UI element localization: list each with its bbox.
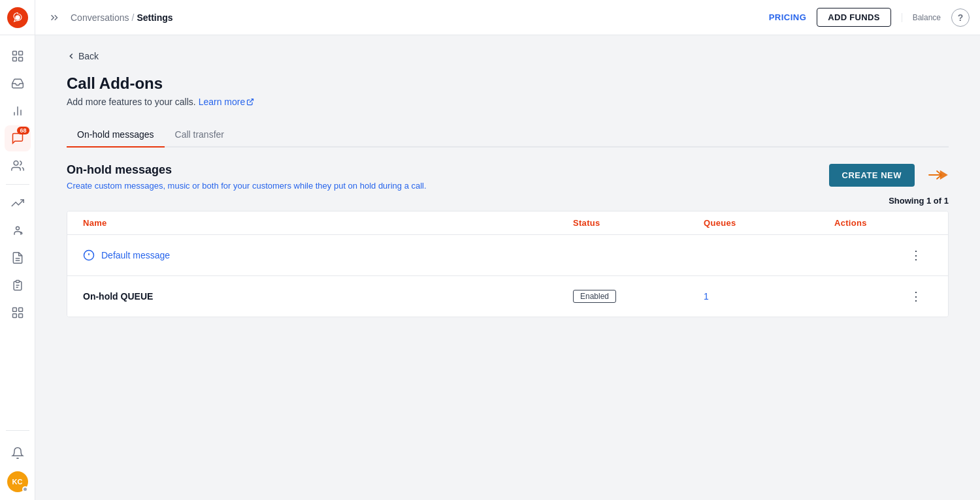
create-area: CREATE NEW [829,163,949,187]
sidebar-bottom: KC [5,426,31,500]
row-actions-menu-button[interactable]: ⋮ [905,245,927,265]
header-actions: Actions [834,218,932,228]
breadcrumb-separator: / [132,12,135,23]
main-wrapper: Conversations / Settings PRICING ADD FUN… [35,0,980,500]
section-info: On-hold messages Create custom messages,… [67,163,427,191]
svg-rect-2 [18,52,22,55]
tabs-container: On-hold messages Call transfer [67,123,949,148]
table-row: Default message ⋮ [67,235,948,276]
sidebar: 68 [0,0,35,500]
sidebar-item-inbox[interactable] [5,70,31,97]
svg-point-6 [16,227,19,230]
breadcrumb-settings: Settings [137,12,172,23]
svg-marker-15 [940,170,948,180]
logo-area [0,0,35,35]
avatar[interactable]: KC [7,471,28,492]
balance-area: Balance [902,13,941,22]
row-queues-cell: 1 [704,290,834,302]
svg-point-0 [15,15,20,20]
conversations-badge: 68 [17,127,29,134]
learn-more-link[interactable]: Learn more [199,97,255,107]
sidebar-navigation: 68 [5,38,31,426]
svg-rect-9 [16,281,19,283]
sidebar-item-analytics[interactable] [5,190,31,216]
default-message-link[interactable]: Default message [101,250,170,260]
header-status: Status [573,218,704,228]
sidebar-item-logs[interactable] [5,245,31,271]
svg-line-14 [250,99,253,103]
tab-on-hold-messages[interactable]: On-hold messages [67,123,165,148]
section-title: On-hold messages [67,163,427,177]
balance-label: Balance [913,13,941,22]
back-link[interactable]: Back [67,51,99,61]
svg-rect-12 [12,314,16,318]
status-badge: Enabled [573,290,616,303]
avatar-status-indicator [22,486,28,492]
page-title: Call Add-ons [67,74,949,93]
queue-count: 1 [704,291,709,302]
header-queues: Queues [704,218,834,228]
sidebar-item-conversations[interactable]: 68 [5,125,31,151]
tab-call-transfer[interactable]: Call transfer [165,123,235,148]
sidebar-item-audit[interactable] [5,272,31,298]
row-status-cell: Enabled [573,290,704,303]
subtitle-text: Add more features to your calls. [67,97,196,107]
topbar: Conversations / Settings PRICING ADD FUN… [35,0,980,35]
on-hold-queue-name: On-hold QUEUE [83,291,153,302]
svg-rect-3 [12,57,16,61]
sidebar-item-teams[interactable] [5,217,31,243]
page-subtitle: Add more features to your calls. Learn m… [67,97,949,107]
svg-rect-1 [12,52,16,55]
pricing-link[interactable]: PRICING [769,12,807,22]
svg-point-5 [14,161,18,166]
svg-rect-11 [18,308,22,312]
add-funds-button[interactable]: ADD FUNDS [817,8,890,27]
table-row: On-hold QUEUE Enabled 1 ⋮ [67,276,948,317]
sidebar-item-notifications[interactable] [5,440,31,466]
svg-rect-10 [12,308,16,312]
back-label: Back [78,51,99,61]
section-header: On-hold messages Create custom messages,… [67,148,949,196]
table-container: Name Status Queues Actions Default messa… [67,211,949,317]
sidebar-item-reports[interactable] [5,98,31,124]
row-actions-cell: ⋮ [834,245,932,265]
breadcrumb-conversations-link[interactable]: Conversations [71,12,129,23]
table-header: Name Status Queues Actions [67,211,948,235]
arrow-indicator [925,163,949,187]
topbar-right: PRICING ADD FUNDS Balance ? [769,8,970,27]
sidebar-divider-2 [6,430,29,431]
svg-rect-4 [18,57,22,61]
breadcrumb: Conversations / Settings [71,12,761,23]
row-name-cell: On-hold QUEUE [83,291,573,302]
row-actions-menu-button[interactable]: ⋮ [905,287,927,306]
sidebar-item-grid-app[interactable] [5,300,31,326]
sidebar-divider-1 [6,184,29,185]
info-icon[interactable] [83,249,95,261]
row-actions-cell: ⋮ [834,287,932,306]
sidebar-toggle-button[interactable] [46,9,63,26]
section-desc: Create custom messages, music or both fo… [67,181,427,191]
create-new-button[interactable]: CREATE NEW [829,164,915,187]
sidebar-item-contacts[interactable] [5,153,31,179]
help-icon[interactable]: ? [951,8,970,27]
header-name: Name [83,218,573,228]
svg-rect-13 [18,314,22,318]
page-content: Back Call Add-ons Add more features to y… [35,35,980,500]
app-logo[interactable] [7,7,28,28]
sidebar-item-dashboard[interactable] [5,43,31,69]
row-name-cell: Default message [83,249,573,261]
showing-text: Showing 1 of 1 [67,196,949,206]
